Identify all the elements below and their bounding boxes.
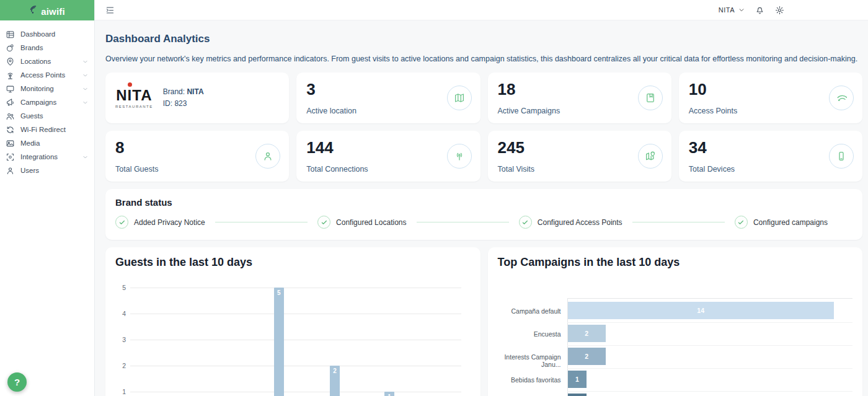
brand-name-value: NITA	[187, 87, 203, 96]
brand-meta: Brand: NITA ID: 823	[163, 86, 204, 109]
map-pin-icon	[638, 144, 663, 169]
sidebar-item-label: Wi-Fi Redirect	[20, 126, 66, 133]
account-dropdown[interactable]: NITA	[719, 6, 745, 14]
settings-gear-icon[interactable]	[775, 6, 784, 15]
row-separator	[567, 345, 852, 346]
campaign-bar[interactable]: 14	[568, 302, 834, 319]
sidebar-item-dashboard[interactable]: Dashboard	[0, 27, 94, 41]
row-separator	[567, 391, 852, 392]
sidebar-item-locations[interactable]: Locations	[0, 55, 94, 68]
sidebar-item-guests[interactable]: Guests	[0, 109, 94, 123]
bar-value-label: 1	[568, 376, 587, 383]
guests-bar[interactable]: 2	[330, 366, 340, 396]
status-connector-line	[215, 222, 308, 222]
brand-status-card: Brand status Added Privacy NoticeConfigu…	[105, 189, 862, 240]
gridline	[130, 366, 461, 366]
y-tick-label: 1	[112, 388, 126, 395]
sidebar-item-media[interactable]: Media	[0, 136, 94, 150]
page-title: Dashboard Analytics	[105, 33, 862, 45]
bar-value-label: 2	[568, 353, 606, 360]
bar-value-label: 2	[568, 330, 606, 337]
chevron-down-icon	[82, 59, 88, 64]
guests-icon	[6, 112, 15, 121]
sidebar-item-brands[interactable]: Brands	[0, 41, 94, 55]
brand-id-value: 823	[174, 99, 187, 108]
aiwifi-logo-icon	[29, 6, 40, 15]
stat-label: Total Visits	[498, 165, 535, 174]
brands-icon	[6, 43, 15, 53]
campaign-bar[interactable]: 1	[568, 371, 587, 388]
sidebar-item-users[interactable]: Users	[0, 164, 94, 177]
sidebar-item-label: Users	[20, 167, 39, 174]
sidebar-menu: DashboardBrandsLocationsAccess PointsMon…	[0, 20, 94, 177]
chevron-down-icon	[82, 86, 88, 92]
notifications-bell-icon[interactable]	[755, 6, 764, 15]
nita-logo-subtext: RESTAURANTE	[115, 105, 153, 108]
wifi-signal-icon	[829, 86, 854, 110]
chart-top-axis-line	[567, 298, 852, 299]
integrations-icon	[6, 152, 15, 162]
bar-value-label: 1	[384, 394, 394, 396]
sidebar-item-access-points[interactable]: Access Points	[0, 68, 94, 82]
status-connector-line	[632, 222, 725, 222]
sidebar-item-campaigns[interactable]: Campaigns	[0, 95, 94, 109]
main-content: Dashboard Analytics Overview your networ…	[95, 20, 868, 396]
y-tick-label: 4	[112, 310, 126, 317]
guests-chart-card: Guests in the last 10 days 54321521	[105, 247, 480, 396]
guests-bar[interactable]: 5	[274, 288, 284, 396]
stat-label: Total Devices	[689, 165, 735, 174]
campaign-label: Interests Campaign Janu...	[488, 353, 561, 368]
stat-card-access-points: 10Access Points	[679, 73, 862, 123]
sidebar-item-label: Dashboard	[20, 30, 55, 38]
guests-bar[interactable]: 1	[384, 392, 394, 396]
locations-icon	[6, 57, 15, 66]
sidebar-item-integrations[interactable]: Integrations	[0, 150, 94, 164]
campaign-bar-clipped[interactable]	[568, 394, 587, 396]
stat-label: Active Campaigns	[498, 107, 560, 115]
app-root: aiwifi DashboardBrandsLocationsAccess Po…	[0, 0, 868, 396]
bar-value-label: 5	[274, 289, 284, 296]
stat-label: Active location	[306, 107, 356, 115]
book-icon	[638, 86, 663, 110]
sidebar: aiwifi DashboardBrandsLocationsAccess Po…	[0, 0, 95, 396]
status-step-configured-access-points: Configured Access Points	[519, 216, 622, 229]
top-bar-actions: NITA	[719, 6, 784, 15]
status-step-label: Configured Access Points	[538, 218, 622, 227]
chevron-down-icon	[738, 7, 745, 13]
stat-value: 34	[689, 139, 852, 157]
stat-card-total-devices: 34Total Devices	[679, 131, 862, 182]
campaign-bar[interactable]: 2	[568, 348, 606, 365]
sidebar-item-label: Monitoring	[20, 85, 54, 92]
sidebar-item-label: Access Points	[20, 71, 65, 79]
stat-label: Total Connections	[306, 165, 368, 174]
stat-value: 18	[498, 81, 662, 99]
campaign-bar[interactable]: 2	[568, 325, 606, 342]
y-tick-label: 5	[112, 284, 126, 291]
gridline	[130, 340, 461, 340]
gridline	[130, 392, 461, 392]
gridline	[130, 288, 461, 288]
top-bar: NITA	[95, 0, 868, 20]
guests-chart-title: Guests in the last 10 days	[115, 256, 252, 269]
nita-brand-logo: NITA RESTAURANTE	[115, 88, 153, 108]
brand-card: NITA RESTAURANTE Brand: NITA ID: 823	[105, 73, 289, 123]
phone-icon	[829, 144, 854, 169]
stat-label: Access Points	[689, 107, 738, 115]
sidebar-collapse-icon[interactable]	[105, 6, 115, 15]
stat-value: 3	[306, 81, 470, 99]
status-step-label: Configured campaigns	[753, 218, 828, 227]
campaign-label: Bebidas favoritas	[488, 376, 561, 384]
sidebar-item-monitoring[interactable]: Monitoring	[0, 82, 94, 95]
stat-value: 245	[498, 139, 662, 157]
help-button[interactable]: ?	[7, 372, 27, 392]
chevron-down-icon	[82, 154, 88, 160]
status-step-configured-campaigns: Configured campaigns	[735, 216, 828, 229]
stat-value: 144	[306, 139, 470, 157]
stat-card-active-campaigns: 18Active Campaigns	[488, 73, 671, 123]
status-step-configured-locations: Configured Locations	[317, 216, 406, 229]
app-logo[interactable]: aiwifi	[0, 0, 94, 20]
page-description: Overview your network's key metrics and …	[105, 55, 862, 63]
person-icon	[255, 144, 280, 169]
sidebar-item-wi-fi-redirect[interactable]: Wi-Fi Redirect	[0, 123, 94, 136]
gridline	[130, 314, 461, 314]
